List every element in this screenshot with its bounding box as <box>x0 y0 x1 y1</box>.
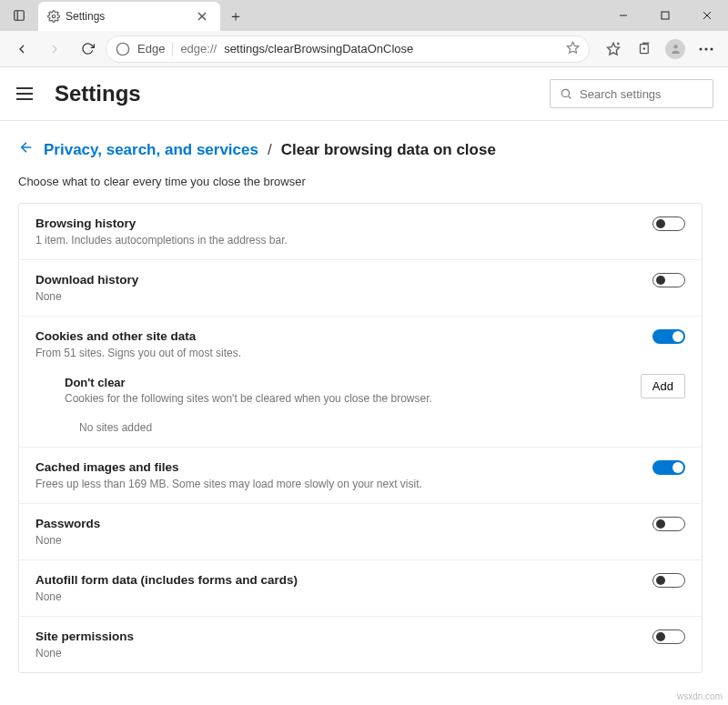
svg-point-9 <box>116 43 128 55</box>
row-cached: Cached images and files Frees up less th… <box>19 447 702 503</box>
more-menu-icon[interactable] <box>692 35 721 64</box>
row-passwords: Passwords None <box>19 503 702 559</box>
row-title: Site permissions <box>35 629 685 643</box>
breadcrumb-separator: / <box>268 141 272 159</box>
svg-marker-10 <box>567 42 579 53</box>
row-site-permissions: Site permissions None <box>19 616 702 672</box>
minimize-button[interactable] <box>602 0 644 31</box>
row-title: Autofill form data (includes forms and c… <box>35 573 685 587</box>
watermark: wsxdn.com <box>677 691 723 701</box>
svg-point-21 <box>711 47 713 50</box>
refresh-button[interactable] <box>73 35 102 64</box>
maximize-button[interactable] <box>644 0 686 31</box>
svg-point-22 <box>561 89 569 96</box>
row-desc: 1 item. Includes autocompletions in the … <box>35 234 685 247</box>
forward-button[interactable] <box>40 35 69 64</box>
favorite-star-icon[interactable] <box>566 41 580 57</box>
profile-button[interactable] <box>661 35 690 64</box>
address-bar[interactable]: Edge edge://settings/clearBrowsingDataOn… <box>106 35 590 63</box>
close-window-button[interactable] <box>686 0 728 31</box>
row-title: Browsing history <box>35 217 685 230</box>
breadcrumb: Privacy, search, and services / Clear br… <box>18 139 703 160</box>
url-protocol: edge:// <box>180 42 217 55</box>
toggle-browsing-history[interactable] <box>652 217 685 231</box>
row-desc: None <box>35 647 685 660</box>
svg-point-19 <box>700 47 703 50</box>
toggle-cached[interactable] <box>652 460 685 475</box>
collections-icon[interactable] <box>630 35 659 64</box>
row-download-history: Download history None <box>19 259 702 316</box>
breadcrumb-back-icon[interactable] <box>18 139 35 160</box>
row-desc: Frees up less than 169 MB. Some sites ma… <box>35 478 685 490</box>
tab-title: Settings <box>66 10 105 23</box>
toggle-download-history[interactable] <box>652 273 685 287</box>
add-site-button[interactable]: Add <box>641 374 685 398</box>
svg-point-18 <box>673 45 677 48</box>
svg-rect-6 <box>662 12 669 19</box>
tab-actions-icon[interactable] <box>0 0 38 31</box>
subrow-title: Don't clear <box>65 376 685 389</box>
subrow-dont-clear: Don't clear Cookies for the following si… <box>19 367 702 414</box>
row-desc: None <box>35 590 685 603</box>
row-title: Cookies and other site data <box>35 329 685 343</box>
row-cookies: Cookies and other site data From 51 site… <box>19 316 702 367</box>
gear-icon <box>47 10 60 23</box>
back-button[interactable] <box>7 35 36 64</box>
svg-rect-0 <box>15 11 25 21</box>
row-desc: None <box>35 534 685 547</box>
browser-tab[interactable]: Settings <box>38 2 220 31</box>
edge-logo-icon <box>116 42 130 56</box>
browser-toolbar: Edge edge://settings/clearBrowsingDataOn… <box>0 31 728 67</box>
url-path: settings/clearBrowsingDataOnClose <box>224 42 413 55</box>
new-tab-button[interactable]: ＋ <box>220 2 251 31</box>
row-desc: From 51 sites. Signs you out of most sit… <box>35 347 685 359</box>
search-settings-input[interactable]: Search settings <box>550 79 713 108</box>
window-controls <box>602 0 728 31</box>
window-titlebar: Settings ＋ <box>0 0 728 31</box>
row-title: Passwords <box>35 517 685 530</box>
breadcrumb-current: Clear browsing data on close <box>281 141 496 159</box>
row-autofill: Autofill form data (includes forms and c… <box>19 559 702 616</box>
toggle-passwords[interactable] <box>652 517 685 531</box>
no-sites-added: No sites added <box>19 414 702 447</box>
favorites-icon[interactable] <box>599 35 628 64</box>
toggle-site-permissions[interactable] <box>652 629 685 644</box>
page-description: Choose what to clear every time you clos… <box>18 175 703 188</box>
page-title: Settings <box>55 81 141 106</box>
row-title: Download history <box>35 273 685 287</box>
svg-point-2 <box>52 15 56 18</box>
settings-header: Settings Search settings <box>0 67 728 120</box>
subrow-desc: Cookies for the following sites won't be… <box>65 392 685 405</box>
settings-card: Browsing history 1 item. Includes autoco… <box>18 203 703 673</box>
svg-point-20 <box>705 47 708 50</box>
toggle-cookies[interactable] <box>652 329 685 344</box>
row-title: Cached images and files <box>35 460 685 474</box>
svg-line-23 <box>569 96 571 99</box>
toggle-autofill[interactable] <box>652 573 685 588</box>
close-tab-icon[interactable] <box>193 7 211 25</box>
row-desc: None <box>35 290 685 303</box>
menu-icon[interactable] <box>16 81 42 106</box>
search-icon <box>560 87 572 100</box>
omnibox-divider <box>172 42 173 56</box>
settings-content: Privacy, search, and services / Clear br… <box>0 121 728 673</box>
edge-label: Edge <box>137 42 165 55</box>
row-browsing-history: Browsing history 1 item. Includes autoco… <box>19 204 702 259</box>
search-placeholder: Search settings <box>580 87 662 101</box>
breadcrumb-parent-link[interactable]: Privacy, search, and services <box>44 141 258 159</box>
